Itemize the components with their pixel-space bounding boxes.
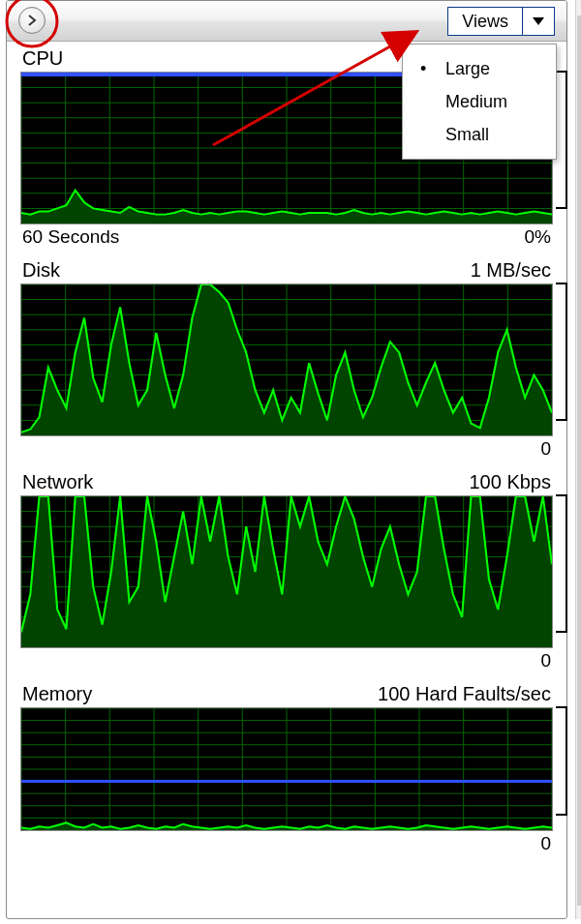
dropdown-toggle[interactable] xyxy=(522,7,555,36)
chart-title: Memory xyxy=(22,683,92,705)
chart-title: CPU xyxy=(22,47,63,70)
chevron-right-icon xyxy=(26,11,38,31)
scrollbar-thumb[interactable] xyxy=(577,15,581,906)
chart-block-network: Network 100 Kbps 0 xyxy=(20,471,553,671)
scroll-up-arrow-icon[interactable]: ▴ xyxy=(576,0,581,15)
chart-title: Disk xyxy=(22,259,60,282)
views-menu-item[interactable]: Medium xyxy=(403,85,556,118)
triangle-down-icon xyxy=(531,12,546,32)
resource-monitor-panel: Views LargeMediumSmall CPU xyxy=(6,0,567,919)
charts-container: CPU 60 Seconds 0% Disk 1 MB/sec xyxy=(7,42,566,876)
chart-canvas xyxy=(20,707,553,831)
chart-scale: 1 MB/sec xyxy=(471,259,551,282)
chart-footer-left: 60 Seconds xyxy=(22,226,119,248)
chart-canvas xyxy=(20,283,553,436)
chart-axis-bracket xyxy=(556,706,567,816)
chart-block-memory: Memory 100 Hard Faults/sec 0 xyxy=(20,683,553,854)
views-dropdown-menu: LargeMediumSmall xyxy=(402,44,557,160)
expand-collapse-button[interactable] xyxy=(18,7,46,34)
toolbar: Views LargeMediumSmall xyxy=(7,1,566,42)
chart-axis-bracket xyxy=(556,71,567,209)
views-button[interactable]: Views xyxy=(447,7,555,36)
chart-footer-right: 0 xyxy=(540,438,551,460)
chart-axis-bracket xyxy=(556,494,567,633)
chart-canvas xyxy=(20,495,553,648)
chart-footer-right: 0 xyxy=(540,833,551,854)
chart-scale: 100 Kbps xyxy=(469,471,551,493)
chart-scale: 100 Hard Faults/sec xyxy=(378,683,551,705)
views-menu-item[interactable]: Large xyxy=(403,52,556,85)
chart-footer-right: 0% xyxy=(525,226,551,248)
vertical-scrollbar[interactable]: ▴ xyxy=(575,0,581,919)
views-menu-item[interactable]: Small xyxy=(403,118,556,151)
views-button-label: Views xyxy=(447,7,522,36)
chart-block-disk: Disk 1 MB/sec 0 xyxy=(20,259,553,460)
chart-axis-bracket xyxy=(556,283,567,421)
chart-title: Network xyxy=(22,471,93,493)
chart-footer-right: 0 xyxy=(540,650,551,671)
